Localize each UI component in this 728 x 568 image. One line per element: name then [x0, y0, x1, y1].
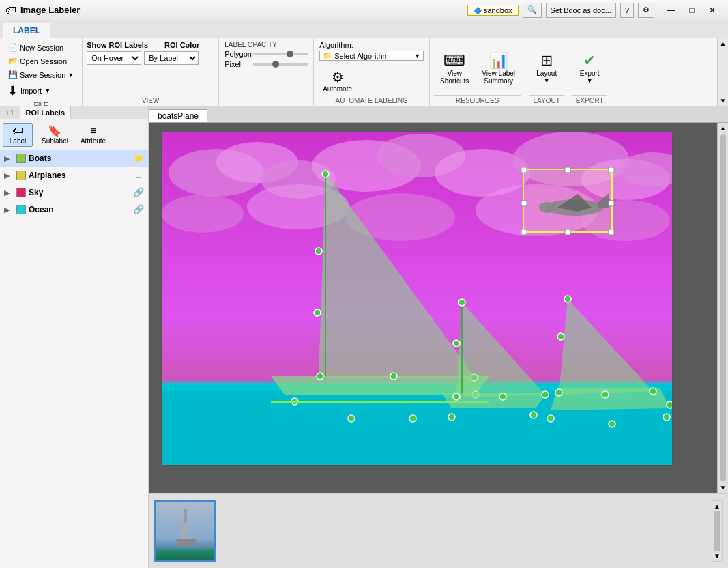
sublabel-tool-btn[interactable]: 🔖 Sublabel — [38, 122, 72, 147]
labeling-canvas[interactable] — [162, 132, 673, 466]
pixel-opacity-slider[interactable] — [253, 63, 308, 66]
polygon-opacity-slider[interactable] — [253, 53, 308, 55]
opacity-group: LABEL OPACITY Polygon Pixel — [219, 38, 314, 106]
airplanes-expand-icon[interactable]: ▶ — [4, 171, 14, 180]
svg-point-37 — [499, 393, 506, 400]
tab-label[interactable]: LABEL — [3, 23, 50, 38]
canvas-scrollbar[interactable]: ▲ ▼ — [717, 123, 728, 493]
svg-marker-19 — [271, 376, 489, 395]
ocean-icon: 🔗 — [133, 204, 144, 215]
canvas-scroll-thumb — [720, 134, 726, 481]
svg-point-23 — [317, 373, 323, 380]
select-algorithm-btn[interactable]: 📁 Select Algorithm ▼ — [319, 51, 424, 61]
algorithm-dropdown-icon: ▼ — [414, 53, 420, 59]
svg-point-47 — [650, 388, 656, 395]
ocean-name: Ocean — [29, 205, 130, 214]
file-group: 📄 New Session 📂 Open Session 💾 Save Sess… — [0, 38, 83, 106]
svg-rect-68 — [184, 509, 187, 522]
open-session-icon: 📂 — [8, 57, 18, 66]
app-titlebar: 🏷 Image Labeler 🔷 sandbox 🔍 Set Bdoc as … — [0, 0, 728, 20]
thumbnail-scrollbar[interactable]: ▲ ▼ — [712, 500, 723, 562]
roi-color-label: ROI Color — [164, 41, 199, 49]
canvas-scroll-up[interactable]: ▲ — [720, 124, 727, 132]
svg-rect-60 — [521, 201, 527, 206]
open-session-btn[interactable]: 📂 Open Session — [4, 55, 78, 68]
show-roi-label: Show ROI Labels — [87, 41, 148, 49]
airplanes-icon: □ — [133, 170, 144, 181]
svg-point-34 — [458, 299, 465, 306]
image-main: boatsPlane — [149, 106, 728, 568]
roi-toolbar: 🏷 Label 🔖 Sublabel ≡ Attribute — [0, 119, 148, 150]
boats-color — [16, 154, 26, 163]
import-dropdown-icon: ▼ — [44, 87, 50, 94]
label-tool-icon: 🏷 — [12, 125, 23, 137]
svg-point-56 — [539, 202, 555, 213]
layout-dropdown-icon: ▼ — [544, 77, 550, 84]
thumbnail-boatsplane[interactable] — [154, 500, 216, 562]
label-item-sky[interactable]: ▶ Sky 🔗 — [0, 184, 148, 201]
view-label-summary-btn[interactable]: 📊 View Label Summary — [476, 49, 521, 87]
sky-name: Sky — [29, 188, 130, 197]
svg-point-38 — [542, 391, 549, 398]
close-btn[interactable]: ✕ — [702, 0, 723, 20]
label-summary-icon: 📊 — [489, 52, 508, 70]
svg-rect-62 — [521, 229, 527, 235]
panel-tab-roi[interactable]: ROI Labels — [20, 106, 71, 119]
thumb-scroll-down[interactable]: ▼ — [714, 552, 720, 560]
svg-point-46 — [602, 391, 609, 398]
ocean-color — [16, 205, 26, 214]
svg-point-21 — [315, 248, 322, 255]
label-item-airplanes[interactable]: ▶ Airplanes □ — [0, 167, 148, 184]
export-dropdown-icon: ▼ — [587, 77, 593, 84]
ocean-expand-icon[interactable]: ▶ — [4, 205, 14, 214]
svg-point-10 — [162, 195, 244, 233]
svg-point-36 — [453, 393, 460, 400]
view-shortcuts-btn[interactable]: ⌨ View Shortcuts — [434, 49, 475, 87]
new-session-btn[interactable]: 📄 New Session — [4, 41, 78, 54]
thumb-scroll-up[interactable]: ▲ — [714, 502, 720, 510]
sky-icon: 🔗 — [133, 187, 144, 198]
export-btn[interactable]: ✔ Export ▼ — [572, 49, 607, 87]
svg-point-22 — [314, 309, 321, 316]
ribbon-scroll-down[interactable]: ▼ — [720, 97, 727, 104]
ribbon-tab-bar: LABEL — [0, 20, 728, 38]
thumb-scroll-thumb — [714, 511, 720, 551]
by-label-select[interactable]: By Label By ROI None — [144, 51, 199, 65]
layout-group-label: LAYOUT — [529, 95, 564, 104]
image-tab-boatsplane[interactable]: boatsPlane — [149, 109, 207, 122]
minimize-btn[interactable]: — — [661, 0, 682, 20]
label-item-boats[interactable]: ▶ Boats ⭐ — [0, 150, 148, 167]
opacity-title: LABEL OPACITY — [224, 41, 308, 48]
attribute-tool-btn[interactable]: ≡ Attribute — [77, 123, 109, 147]
resources-group: ⌨ View Shortcuts 📊 View Label Summary RE… — [430, 38, 525, 106]
maximize-btn[interactable]: □ — [682, 0, 702, 20]
label-tool-btn[interactable]: 🏷 Label — [3, 123, 33, 147]
bdoc-btn[interactable]: Set Bdoc as doc... — [546, 3, 616, 18]
view-group-label: VIEW — [87, 96, 214, 104]
on-hover-select[interactable]: On Hover Always Never — [87, 51, 141, 65]
svg-point-40 — [448, 414, 455, 421]
canvas-area[interactable]: ▲ ▼ — [149, 123, 728, 493]
search-btn[interactable]: 🔍 — [523, 3, 542, 18]
shortcuts-icon: ⌨ — [443, 52, 465, 70]
layout-group: ⊞ Layout ▼ LAYOUT — [525, 38, 568, 106]
settings-btn[interactable]: ⚙ — [638, 3, 654, 18]
ribbon-scroll-up[interactable]: ▲ — [720, 40, 727, 47]
sky-expand-icon[interactable]: ▶ — [4, 188, 14, 197]
layout-btn[interactable]: ⊞ Layout ▼ — [529, 49, 564, 87]
panel-tab-plus[interactable]: +1 — [0, 106, 20, 119]
automate-btn[interactable]: ⚙ Automate — [319, 66, 355, 96]
boats-icon: ⭐ — [133, 153, 144, 164]
svg-rect-58 — [565, 167, 570, 173]
boats-expand-icon[interactable]: ▶ — [4, 154, 14, 163]
svg-point-43 — [564, 296, 571, 302]
save-session-btn[interactable]: 💾 Save Session ▼ — [4, 68, 78, 81]
algorithm-icon: 📁 — [323, 51, 332, 60]
label-item-ocean[interactable]: ▶ Ocean 🔗 — [0, 201, 148, 218]
layout-icon: ⊞ — [540, 52, 553, 70]
help-btn[interactable]: ? — [620, 3, 634, 18]
canvas-scroll-down[interactable]: ▼ — [720, 484, 727, 492]
svg-point-51 — [547, 415, 554, 422]
import-btn[interactable]: ⬇ Import ▼ — [4, 81, 78, 100]
automate-icon: ⚙ — [332, 69, 344, 85]
